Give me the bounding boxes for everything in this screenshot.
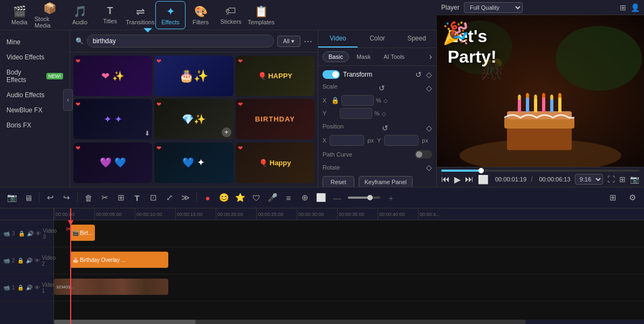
scale-x-input[interactable]: 63,75	[341, 95, 374, 106]
grid-view-icon[interactable]: ⊞	[620, 3, 626, 12]
track3-vol-icon[interactable]: 🔊	[27, 231, 33, 237]
tl-expand-btn[interactable]: ⤢	[162, 190, 177, 205]
sidebar-item-mine[interactable]: Mine	[0, 35, 70, 50]
tl-mic-btn[interactable]: 🎤	[265, 190, 280, 205]
tl-crop-btn[interactable]: ⊡	[146, 190, 161, 205]
sidebar-item-boris[interactable]: Boris FX	[0, 118, 70, 133]
pos-x-input[interactable]: 0,00	[330, 135, 364, 146]
clip-birt[interactable]: 🎬 Birt...	[70, 225, 95, 241]
sidebar-item-body-effects[interactable]: Body Effects NEW!	[0, 65, 70, 87]
tl-settings-btn[interactable]: ⚙	[625, 190, 640, 205]
tl-undo-btn[interactable]: ↩	[43, 190, 58, 205]
transform-diamond-icon[interactable]: ◇	[426, 70, 432, 79]
scale-reset-icon[interactable]: ↺	[379, 84, 385, 92]
tl-camera-icon[interactable]: 📷	[4, 190, 19, 205]
effect-item-8[interactable]: 💙 ✦ ❤	[154, 143, 233, 184]
reset-button[interactable]: Reset	[323, 176, 354, 187]
tab-video[interactable]: Video	[318, 30, 358, 48]
collapse-left-panel-btn[interactable]: ‹	[63, 89, 73, 111]
effect-item-4[interactable]: ✦ ✦ ❤ ⬇ Festival Particle Effect Overla.…	[73, 99, 152, 140]
tl-text-btn[interactable]: T	[129, 190, 145, 205]
transform-reset-icon[interactable]: ↺	[415, 70, 422, 79]
tl-subtitle-btn[interactable]: ≡	[281, 190, 296, 205]
tl-merge-btn[interactable]: ⊕	[297, 190, 312, 205]
progress-bar[interactable]	[441, 170, 640, 172]
sidebar-item-audio-effects[interactable]: Audio Effects	[0, 87, 70, 103]
transform-toggle-switch[interactable]	[323, 70, 340, 79]
screenshot-icon[interactable]: 📷	[630, 175, 639, 184]
tl-more-btn[interactable]: ≫	[178, 190, 193, 205]
quality-select[interactable]: Full Quality Half Quality Quarter Qualit…	[464, 2, 523, 13]
track2-vol-icon[interactable]: 🔊	[26, 258, 32, 264]
clip-birthday-overlay[interactable]: 🎂 Birthday Overlay ...	[70, 252, 168, 268]
tl-face-btn[interactable]: 😊	[216, 190, 231, 205]
tl-redo-btn[interactable]: ↪	[59, 190, 74, 205]
tl-grid-btn[interactable]: ⊞	[605, 190, 620, 205]
track1-lock-icon[interactable]: 🔒	[17, 285, 24, 291]
timeline-scrollbar[interactable]	[54, 320, 644, 324]
sidebar-item-video-effects[interactable]: Video Effects	[0, 50, 70, 65]
tl-star-btn[interactable]: ⭐	[232, 190, 248, 205]
pos-y-input[interactable]: 443,35	[384, 135, 419, 146]
fullscreen2-icon[interactable]: ⊞	[619, 175, 626, 184]
rotate-diamond-icon[interactable]: ◇	[426, 163, 432, 172]
prev-frame-btn[interactable]: ⏮	[441, 174, 450, 184]
subtab-ai-tools[interactable]: AI Tools	[378, 52, 410, 62]
keyframe-panel-button[interactable]: Keyframe Panel	[359, 176, 413, 187]
track1-eye-icon[interactable]: 👁	[35, 285, 40, 291]
tl-circle-btn[interactable]: ●	[200, 190, 215, 205]
zoom-slider[interactable]	[348, 197, 380, 199]
filter-all-btn[interactable]: All ▾	[277, 36, 300, 47]
track3-eye-icon[interactable]: 👁	[36, 231, 41, 237]
play-btn[interactable]: ▶	[454, 174, 461, 185]
track1-vol-icon[interactable]: 🔊	[26, 285, 32, 291]
scale-diamond-icon[interactable]: ◇	[426, 84, 432, 92]
toolbar-transitions[interactable]: ⇌ Transitions	[125, 1, 155, 29]
next-frame-btn[interactable]: ⏭	[465, 174, 474, 184]
tl-frame-btn[interactable]: ⬜	[313, 190, 328, 205]
track3-lock-icon[interactable]: 🔒	[18, 231, 25, 237]
track2-eye-icon[interactable]: 👁	[35, 258, 40, 264]
tl-trash-btn[interactable]: 🗑	[81, 190, 96, 205]
toolbar-media[interactable]: 🎬 Media	[4, 1, 35, 29]
tab-color[interactable]: Color	[358, 30, 397, 48]
person-icon[interactable]: 👤	[631, 3, 640, 12]
toolbar-stickers[interactable]: 🏷 Stickers	[216, 1, 246, 29]
track2-lock-icon[interactable]: 🔒	[17, 258, 24, 264]
scale-y-diamond[interactable]: ◇	[382, 111, 386, 117]
aspect-ratio-select[interactable]: 9:16 16:9 1:1	[575, 174, 603, 185]
toolbar-stock[interactable]: 📦 Stock Media	[35, 1, 65, 29]
tl-copy-btn[interactable]: ⊞	[113, 190, 128, 205]
toolbar-titles[interactable]: T Titles	[95, 1, 125, 29]
tl-screen-icon[interactable]: 🖥	[20, 190, 36, 205]
toolbar-effects[interactable]: ✦ Effects	[155, 1, 186, 29]
effect-item-3[interactable]: 🎈 HAPPY ❤ Happy Birthday Festival Pack..…	[236, 56, 314, 97]
subtab-mask[interactable]: Mask	[351, 52, 376, 62]
subtabs-more-icon[interactable]: ›	[429, 52, 432, 62]
effect-item-6[interactable]: BIRTHDAY ❤ Birthday Intro Overlay 06	[236, 99, 314, 140]
effect-item-5[interactable]: 💎✨ ❤ + Glitter Wedding Overlay 10	[154, 99, 233, 140]
clip-main-video[interactable]: 323431...	[54, 279, 168, 295]
progress-knob[interactable]	[478, 168, 484, 173]
position-reset-icon[interactable]: ↺	[382, 124, 388, 132]
toolbar-audio[interactable]: 🎵 Audio	[65, 1, 95, 29]
path-curve-toggle[interactable]	[415, 150, 432, 159]
effect-item-2[interactable]: 🎂✨ ❤ Birthday Overlay 03	[154, 56, 233, 97]
position-diamond-icon[interactable]: ◇	[426, 124, 432, 132]
sidebar-item-newblue[interactable]: NewBlue FX	[0, 103, 70, 118]
search-input[interactable]	[87, 35, 274, 48]
tab-speed[interactable]: Speed	[397, 30, 436, 48]
effect-item-1[interactable]: ❤ ✨ ❤ Celebration Ribbons Flying	[73, 56, 152, 97]
toolbar-templates[interactable]: 📋 Templates	[246, 1, 276, 29]
loop-btn[interactable]: ⬜	[478, 174, 489, 185]
more-btn[interactable]: ⋯	[304, 36, 312, 46]
scale-y-input[interactable]: 63,75	[340, 108, 372, 119]
effect-item-9[interactable]: 🎈 Happy ❤	[236, 143, 314, 184]
fullscreen-icon[interactable]: ⛶	[607, 175, 615, 184]
subtab-basic[interactable]: Basic	[323, 51, 349, 62]
tl-shield-btn[interactable]: 🛡	[249, 190, 264, 205]
tl-scissors-btn[interactable]: ✂	[97, 190, 112, 205]
effect-item-7[interactable]: 💜 💙 ❤	[73, 143, 152, 184]
toolbar-filters[interactable]: 🎨 Filters	[186, 1, 216, 29]
scale-x-diamond[interactable]: ◇	[383, 98, 388, 104]
